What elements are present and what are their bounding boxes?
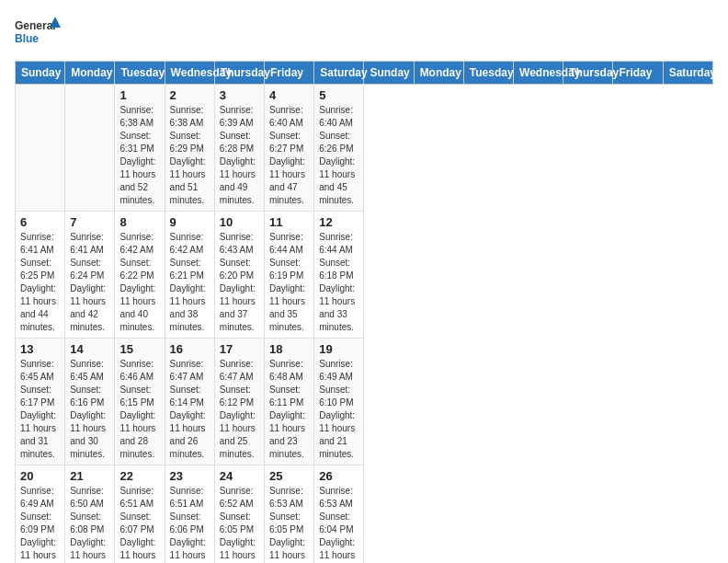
day-number: 12 xyxy=(319,215,358,229)
day-number: 14 xyxy=(70,342,109,356)
day-info: Sunrise: 6:42 AM Sunset: 6:22 PM Dayligh… xyxy=(119,231,159,334)
calendar-cell: 1Sunrise: 6:38 AM Sunset: 6:31 PM Daylig… xyxy=(115,85,165,212)
day-number: 1 xyxy=(119,88,159,102)
day-number: 19 xyxy=(319,342,358,356)
day-of-week-header: Saturday xyxy=(314,62,364,85)
day-info: Sunrise: 6:49 AM Sunset: 6:10 PM Dayligh… xyxy=(319,358,358,461)
day-number: 15 xyxy=(119,342,159,356)
calendar-cell: 21Sunrise: 6:50 AM Sunset: 6:08 PM Dayli… xyxy=(65,465,115,564)
day-number: 24 xyxy=(220,469,259,483)
day-info: Sunrise: 6:45 AM Sunset: 6:16 PM Dayligh… xyxy=(70,358,109,461)
calendar-cell: 16Sunrise: 6:47 AM Sunset: 6:14 PM Dayli… xyxy=(165,339,214,465)
day-info: Sunrise: 6:41 AM Sunset: 6:25 PM Dayligh… xyxy=(20,231,60,334)
day-info: Sunrise: 6:47 AM Sunset: 6:12 PM Dayligh… xyxy=(220,358,259,461)
svg-text:Blue: Blue xyxy=(15,32,39,45)
day-number: 7 xyxy=(70,215,109,229)
day-info: Sunrise: 6:49 AM Sunset: 6:09 PM Dayligh… xyxy=(20,485,60,563)
calendar-cell: 23Sunrise: 6:51 AM Sunset: 6:06 PM Dayli… xyxy=(165,465,214,564)
day-info: Sunrise: 6:41 AM Sunset: 6:24 PM Dayligh… xyxy=(70,231,109,334)
day-info: Sunrise: 6:51 AM Sunset: 6:07 PM Dayligh… xyxy=(119,485,159,563)
calendar-cell: 17Sunrise: 6:47 AM Sunset: 6:12 PM Dayli… xyxy=(214,339,264,465)
calendar-cell: 15Sunrise: 6:46 AM Sunset: 6:15 PM Dayli… xyxy=(115,339,165,465)
calendar-cell: 22Sunrise: 6:51 AM Sunset: 6:07 PM Dayli… xyxy=(115,465,165,564)
logo-svg: General Blue xyxy=(15,15,61,52)
day-info: Sunrise: 6:42 AM Sunset: 6:21 PM Dayligh… xyxy=(170,231,210,334)
day-info: Sunrise: 6:50 AM Sunset: 6:08 PM Dayligh… xyxy=(70,485,109,563)
calendar-cell: 18Sunrise: 6:48 AM Sunset: 6:11 PM Dayli… xyxy=(265,339,314,465)
page-header: General Blue xyxy=(15,15,713,52)
calendar-week-row: 20Sunrise: 6:49 AM Sunset: 6:09 PM Dayli… xyxy=(16,465,713,564)
day-of-week-header: Monday xyxy=(65,62,115,85)
day-info: Sunrise: 6:38 AM Sunset: 6:31 PM Dayligh… xyxy=(119,104,159,207)
calendar-cell: 11Sunrise: 6:44 AM Sunset: 6:19 PM Dayli… xyxy=(265,212,314,339)
day-number: 6 xyxy=(20,215,60,229)
day-number: 17 xyxy=(220,342,259,356)
day-of-week-header: Saturday xyxy=(663,62,712,85)
calendar-cell: 20Sunrise: 6:49 AM Sunset: 6:09 PM Dayli… xyxy=(16,465,65,564)
day-of-week-header: Sunday xyxy=(364,62,414,85)
calendar-cell xyxy=(65,85,115,212)
calendar-cell: 3Sunrise: 6:39 AM Sunset: 6:28 PM Daylig… xyxy=(214,85,264,212)
calendar-cell xyxy=(16,85,65,212)
day-info: Sunrise: 6:40 AM Sunset: 6:26 PM Dayligh… xyxy=(319,104,358,207)
day-number: 25 xyxy=(269,469,309,483)
day-of-week-header: Tuesday xyxy=(115,62,165,85)
calendar-cell: 8Sunrise: 6:42 AM Sunset: 6:22 PM Daylig… xyxy=(115,212,165,339)
calendar-cell: 5Sunrise: 6:40 AM Sunset: 6:26 PM Daylig… xyxy=(314,85,364,212)
calendar-week-row: 6Sunrise: 6:41 AM Sunset: 6:25 PM Daylig… xyxy=(16,212,713,339)
day-number: 11 xyxy=(269,215,309,229)
day-of-week-header: Thursday xyxy=(214,62,264,85)
day-info: Sunrise: 6:39 AM Sunset: 6:28 PM Dayligh… xyxy=(220,104,259,207)
day-number: 2 xyxy=(170,88,210,102)
day-number: 10 xyxy=(220,215,259,229)
calendar-week-row: 13Sunrise: 6:45 AM Sunset: 6:17 PM Dayli… xyxy=(16,339,713,465)
day-info: Sunrise: 6:46 AM Sunset: 6:15 PM Dayligh… xyxy=(119,358,159,461)
day-number: 18 xyxy=(269,342,309,356)
day-number: 22 xyxy=(119,469,159,483)
logo: General Blue xyxy=(15,15,61,52)
svg-text:General: General xyxy=(15,19,56,32)
calendar-cell: 26Sunrise: 6:53 AM Sunset: 6:04 PM Dayli… xyxy=(314,465,364,564)
day-info: Sunrise: 6:52 AM Sunset: 6:05 PM Dayligh… xyxy=(220,485,259,563)
day-number: 8 xyxy=(119,215,159,229)
calendar-cell: 24Sunrise: 6:52 AM Sunset: 6:05 PM Dayli… xyxy=(214,465,264,564)
day-of-week-header: Wednesday xyxy=(165,62,214,85)
day-of-week-header: Friday xyxy=(265,62,314,85)
day-number: 20 xyxy=(20,469,60,483)
calendar-cell: 10Sunrise: 6:43 AM Sunset: 6:20 PM Dayli… xyxy=(214,212,264,339)
calendar-cell: 12Sunrise: 6:44 AM Sunset: 6:18 PM Dayli… xyxy=(314,212,364,339)
day-info: Sunrise: 6:53 AM Sunset: 6:05 PM Dayligh… xyxy=(269,485,309,563)
day-of-week-header: Wednesday xyxy=(514,62,563,85)
day-number: 9 xyxy=(170,215,210,229)
day-number: 13 xyxy=(20,342,60,356)
calendar-cell: 7Sunrise: 6:41 AM Sunset: 6:24 PM Daylig… xyxy=(65,212,115,339)
calendar-cell: 2Sunrise: 6:38 AM Sunset: 6:29 PM Daylig… xyxy=(165,85,214,212)
day-info: Sunrise: 6:45 AM Sunset: 6:17 PM Dayligh… xyxy=(20,358,60,461)
day-info: Sunrise: 6:48 AM Sunset: 6:11 PM Dayligh… xyxy=(269,358,309,461)
day-info: Sunrise: 6:40 AM Sunset: 6:27 PM Dayligh… xyxy=(269,104,309,207)
day-of-week-header: Friday xyxy=(613,62,663,85)
calendar-cell: 6Sunrise: 6:41 AM Sunset: 6:25 PM Daylig… xyxy=(16,212,65,339)
day-of-week-header: Monday xyxy=(414,62,463,85)
day-of-week-header: Sunday xyxy=(16,62,65,85)
day-number: 16 xyxy=(170,342,210,356)
day-of-week-header: Tuesday xyxy=(463,62,513,85)
calendar-cell: 9Sunrise: 6:42 AM Sunset: 6:21 PM Daylig… xyxy=(165,212,214,339)
calendar-cell: 14Sunrise: 6:45 AM Sunset: 6:16 PM Dayli… xyxy=(65,339,115,465)
day-info: Sunrise: 6:53 AM Sunset: 6:04 PM Dayligh… xyxy=(319,485,358,563)
day-info: Sunrise: 6:43 AM Sunset: 6:20 PM Dayligh… xyxy=(220,231,259,334)
day-number: 26 xyxy=(319,469,358,483)
calendar-cell: 4Sunrise: 6:40 AM Sunset: 6:27 PM Daylig… xyxy=(265,85,314,212)
calendar-cell: 25Sunrise: 6:53 AM Sunset: 6:05 PM Dayli… xyxy=(265,465,314,564)
calendar-cell: 19Sunrise: 6:49 AM Sunset: 6:10 PM Dayli… xyxy=(314,339,364,465)
day-info: Sunrise: 6:44 AM Sunset: 6:19 PM Dayligh… xyxy=(269,231,309,334)
day-of-week-header: Thursday xyxy=(563,62,613,85)
day-number: 5 xyxy=(319,88,358,102)
calendar-week-row: 1Sunrise: 6:38 AM Sunset: 6:31 PM Daylig… xyxy=(16,85,713,212)
day-info: Sunrise: 6:51 AM Sunset: 6:06 PM Dayligh… xyxy=(170,485,210,563)
day-info: Sunrise: 6:38 AM Sunset: 6:29 PM Dayligh… xyxy=(170,104,210,207)
calendar-cell: 13Sunrise: 6:45 AM Sunset: 6:17 PM Dayli… xyxy=(16,339,65,465)
calendar-table: SundayMondayTuesdayWednesdayThursdayFrid… xyxy=(15,61,713,563)
day-info: Sunrise: 6:44 AM Sunset: 6:18 PM Dayligh… xyxy=(319,231,358,334)
day-number: 21 xyxy=(70,469,109,483)
